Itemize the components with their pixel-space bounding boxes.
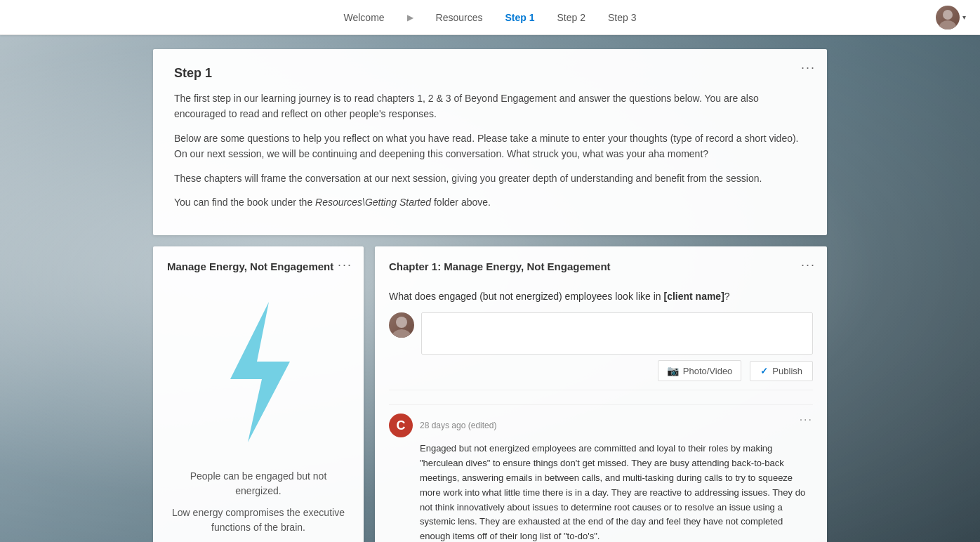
step-title: Step 1	[174, 66, 806, 81]
manage-energy-caption-1: People can be engaged but not energized.	[167, 469, 350, 498]
manage-energy-caption-2: Low energy compromises the executive fun…	[167, 505, 350, 535]
step-card-menu-icon[interactable]: ···	[801, 60, 816, 75]
step-para-3: These chapters will frame the conversati…	[174, 171, 806, 186]
comment-1-timestamp: 28 days ago (edited)	[420, 421, 496, 430]
svg-point-4	[392, 329, 411, 338]
comment-action-bar: 📷 Photo/Video ✓ Publish	[389, 360, 813, 390]
photo-video-button[interactable]: 📷 Photo/Video	[658, 360, 742, 381]
main-content: ··· Step 1 The first step in our learnin…	[139, 49, 841, 542]
svg-point-3	[396, 317, 407, 328]
manage-energy-card: Manage Energy, Not Engagement ··· People…	[153, 246, 364, 542]
check-icon: ✓	[760, 366, 768, 376]
comment-1-avatar: C	[389, 414, 413, 437]
comment-input-row	[389, 312, 813, 355]
lightning-icon-container	[167, 281, 350, 463]
publish-label: Publish	[772, 366, 802, 376]
nav-separator-1: ▶	[407, 13, 413, 22]
comment-1-menu-icon[interactable]: ···	[800, 414, 813, 426]
chapter-question: What does engaged (but not energized) em…	[389, 289, 813, 304]
avatar-caret-icon: ▾	[962, 13, 966, 21]
step-para-1: The first step in our learning journey i…	[174, 91, 806, 122]
question-client-highlight: [client name]	[663, 291, 724, 302]
comment-1-meta: C 28 days ago (edited) ···	[389, 414, 813, 437]
lightning-bolt-icon	[202, 295, 314, 449]
cards-row: Manage Energy, Not Engagement ··· People…	[153, 246, 827, 542]
step-para-2: Below are some questions to help you ref…	[174, 131, 806, 162]
nav-step3[interactable]: Step 3	[608, 12, 636, 23]
nav-resources[interactable]: Resources	[436, 12, 483, 23]
step-book-path: Resources\Getting Started	[315, 197, 431, 208]
manage-energy-title: Manage Energy, Not Engagement	[167, 260, 333, 272]
chapter-card-header: Chapter 1: Manage Energy, Not Engagement…	[389, 260, 813, 281]
step-description-card: ··· Step 1 The first step in our learnin…	[153, 49, 827, 235]
nav-step2[interactable]: Step 2	[557, 12, 585, 23]
camera-icon: 📷	[667, 365, 679, 376]
svg-point-0	[943, 10, 953, 20]
publish-button[interactable]: ✓ Publish	[750, 361, 813, 381]
chapter-card: Chapter 1: Manage Energy, Not Engagement…	[375, 246, 827, 542]
photo-video-label: Photo/Video	[683, 366, 733, 376]
manage-energy-header: Manage Energy, Not Engagement ···	[167, 260, 350, 272]
comment-1: C 28 days ago (edited) ··· Engaged but n…	[389, 404, 813, 542]
step-para-4: You can find the book under the Resource…	[174, 194, 806, 210]
user-avatar-nav[interactable]: ▾	[936, 6, 966, 29]
comment-text-input[interactable]	[421, 312, 813, 355]
comment-1-body: Engaged but not energized employees are …	[389, 442, 813, 542]
chapter-card-menu-icon[interactable]: ···	[801, 258, 816, 272]
current-user-avatar	[389, 312, 414, 338]
avatar-image	[936, 6, 960, 29]
nav-step1[interactable]: Step 1	[505, 12, 535, 23]
top-navigation: Welcome ▶ Resources Step 1 Step 2 Step 3…	[0, 0, 980, 35]
chapter-title: Chapter 1: Manage Energy, Not Engagement	[389, 260, 611, 272]
nav-items: Welcome ▶ Resources Step 1 Step 2 Step 3	[344, 12, 637, 23]
svg-marker-2	[230, 302, 290, 442]
nav-welcome[interactable]: Welcome	[344, 12, 385, 23]
svg-point-1	[939, 20, 956, 29]
manage-energy-menu-icon[interactable]: ···	[338, 258, 352, 272]
